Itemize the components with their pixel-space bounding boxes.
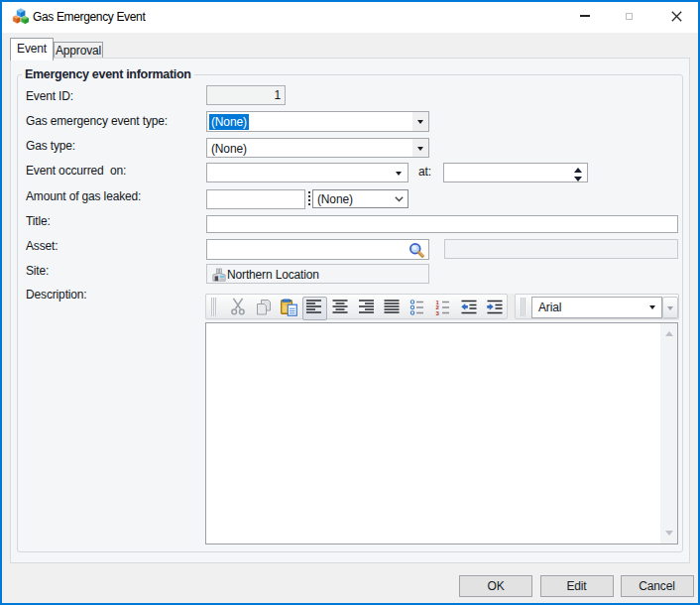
svg-text:3: 3	[436, 309, 440, 315]
